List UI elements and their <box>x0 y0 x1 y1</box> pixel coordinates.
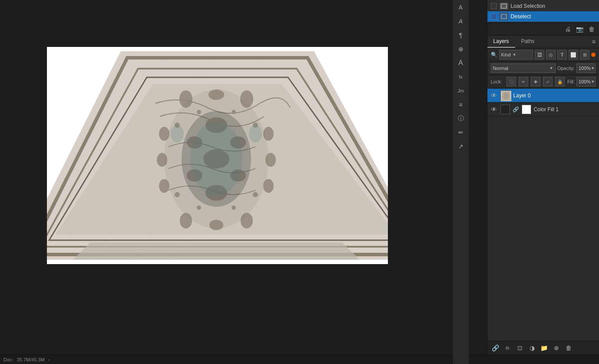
print-button[interactable]: 🖨 <box>564 25 572 33</box>
svg-rect-47 <box>501 14 506 19</box>
tool-icon-1[interactable]: A <box>455 2 467 13</box>
fill-arrow: ▼ <box>591 79 595 84</box>
tool-icon-5[interactable]: A <box>455 57 467 69</box>
svg-point-31 <box>180 213 192 228</box>
layer-1-thumbnail-black <box>500 105 510 114</box>
load-selection-checkbox <box>491 3 497 9</box>
fx-btn[interactable]: fx <box>503 343 513 353</box>
filter-smart-btn[interactable]: ⊞ <box>580 50 589 60</box>
layer-0-name: Layer 0 <box>513 93 596 99</box>
svg-point-29 <box>232 205 236 210</box>
opacity-input[interactable]: 100% ▼ <box>576 63 596 73</box>
lock-pixels-btn[interactable]: ⬛ <box>506 77 516 86</box>
filter-image-btn[interactable]: 🖼 <box>535 50 544 60</box>
context-menu: Load Selection Deselect <box>487 0 599 23</box>
filter-row: 🔍 Kind ▼ 🖼 ◎ T ⬜ ⊞ <box>487 48 599 62</box>
layer-1-visibility[interactable]: 👁 <box>491 106 498 113</box>
deselect-label: Deselect <box>511 13 531 20</box>
lock-all-btn[interactable]: 🔒 <box>555 77 565 86</box>
opacity-row: Opacity: 100% ▼ <box>557 63 596 73</box>
filter-dot <box>591 53 596 57</box>
lock-label: Lock: <box>491 79 502 84</box>
tool-icon-7[interactable]: Jm <box>455 85 467 96</box>
svg-point-25 <box>232 110 236 114</box>
svg-point-13 <box>263 127 274 141</box>
tool-icon-9[interactable]: ⓘ <box>455 113 467 124</box>
context-menu-deselect[interactable]: Deselect <box>487 11 599 22</box>
svg-point-9 <box>208 89 224 100</box>
layer-0-thumbnail <box>500 90 511 101</box>
svg-point-8 <box>240 90 253 108</box>
bottom-actions: 🔗 fx ⊡ ◑ 📁 ⊕ 🗑 <box>487 341 599 354</box>
lock-draw-btn[interactable]: ✏ <box>519 77 528 86</box>
filter-adjust-btn[interactable]: ◎ <box>546 50 556 60</box>
load-selection-label: Load Selection <box>511 3 545 9</box>
panel-menu-button[interactable]: ≡ <box>589 36 599 48</box>
rug-image-container <box>47 47 388 264</box>
deselect-checkbox <box>491 13 497 20</box>
fill-input[interactable]: 100% ▼ <box>576 77 596 86</box>
layer-0-visibility[interactable]: 👁 <box>491 92 498 99</box>
svg-point-28 <box>197 205 201 210</box>
layer-item-1[interactable]: 👁 🔗 Color Fill 1 <box>487 103 599 116</box>
svg-point-11 <box>157 153 167 167</box>
delete-layer-btn[interactable]: 🗑 <box>564 343 573 353</box>
lock-move-btn[interactable]: ✚ <box>531 77 540 86</box>
svg-rect-46 <box>501 4 506 8</box>
tool-icon-2[interactable]: A <box>455 16 467 27</box>
svg-point-10 <box>159 127 169 141</box>
svg-point-32 <box>241 213 253 228</box>
mask-btn[interactable]: ⊡ <box>515 343 525 353</box>
group-btn[interactable]: 📁 <box>539 343 549 353</box>
tab-paths[interactable]: Paths <box>515 36 541 48</box>
delete-panel-button[interactable]: 🗑 <box>588 25 596 33</box>
layers-list: 👁 Layer 0 👁 🔗 <box>487 89 599 341</box>
svg-marker-40 <box>73 242 360 260</box>
tool-icon-4[interactable]: ⊕ <box>455 43 467 55</box>
tool-icon-11[interactable]: ↗ <box>455 141 467 152</box>
opacity-arrow: ▼ <box>591 66 595 70</box>
layer-item-0[interactable]: 👁 Layer 0 <box>487 89 599 103</box>
svg-point-37 <box>190 122 242 196</box>
svg-point-27 <box>175 192 180 197</box>
kind-filter-dropdown[interactable]: Kind ▼ <box>499 50 533 60</box>
lock-artboard-btn[interactable]: ⤢ <box>543 77 553 86</box>
svg-point-7 <box>179 90 192 108</box>
status-bar: Doc: 35.7M/45.3M › <box>0 354 599 364</box>
filter-search-icon: 🔍 <box>491 52 497 58</box>
tool-icon-6[interactable]: fx <box>455 71 467 83</box>
link-layers-btn[interactable]: 🔗 <box>491 343 500 353</box>
deselect-icon <box>500 13 508 20</box>
new-layer-btn[interactable]: ⊕ <box>552 343 561 353</box>
kind-dropdown-arrow: ▼ <box>513 53 516 57</box>
fill-row: Fill: 100% ▼ <box>567 77 596 86</box>
context-menu-load-selection[interactable]: Load Selection <box>487 1 599 11</box>
blend-mode-dropdown[interactable]: Normal ▼ <box>491 63 556 73</box>
adjustment-btn[interactable]: ◑ <box>527 343 537 353</box>
svg-point-33 <box>209 220 223 230</box>
doc-size: 35.7M/45.3M <box>17 357 45 362</box>
load-selection-icon <box>500 3 508 10</box>
tool-icon-8[interactable]: ≡ <box>455 99 467 110</box>
tool-icon-10[interactable]: ✏ <box>455 127 467 138</box>
photo-button[interactable]: 📷 <box>575 25 584 33</box>
tab-layers[interactable]: Layers <box>487 36 515 48</box>
layer-1-thumbnail-white <box>522 105 531 114</box>
svg-point-38 <box>171 125 184 142</box>
layers-panel: 🖨 📷 🗑 Layers Paths ≡ 🔍 Kind ▼ <box>487 23 599 354</box>
svg-point-14 <box>265 153 276 167</box>
blend-mode-row: Normal ▼ Opacity: 100% ▼ <box>487 62 599 75</box>
layer-1-name: Color Fill 1 <box>534 106 596 113</box>
opacity-label: Opacity: <box>557 66 575 71</box>
app-container: A A ¶ ⊕ A fx Jm ≡ ⓘ ✏ ↗ Load Selection <box>0 0 599 354</box>
panel-tabs: Layers Paths ≡ <box>487 36 599 48</box>
panel-toolbar: 🖨 📷 🗑 <box>487 23 599 36</box>
canvas-area <box>0 0 487 354</box>
status-arrow[interactable]: › <box>48 357 50 362</box>
tool-icon-3[interactable]: ¶ <box>455 30 467 41</box>
filter-shape-btn[interactable]: ⬜ <box>569 50 578 60</box>
svg-point-50 <box>503 93 509 99</box>
filter-text-btn[interactable]: T <box>557 50 567 60</box>
rug-image <box>47 47 388 264</box>
right-panel: Load Selection Deselect 🖨 📷 🗑 <box>487 0 599 354</box>
